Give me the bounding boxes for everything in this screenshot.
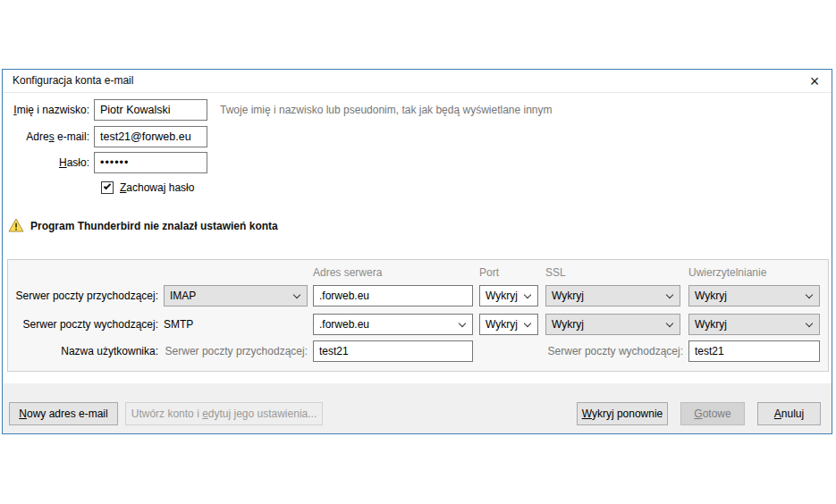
incoming-server-label: Serwer poczty przychodzącej:	[8, 285, 158, 307]
new-email-button[interactable]: Nowy adres e-mail	[9, 402, 118, 425]
email-label: Adres e-mail:	[3, 126, 89, 147]
server-settings-panel: Adres serwera Port SSL Uwierzytelnianie …	[7, 259, 829, 372]
cancel-button[interactable]: Anuluj	[757, 402, 821, 425]
password-input[interactable]	[94, 152, 207, 173]
warning-icon	[8, 218, 24, 232]
column-header-auth: Uwierzytelnianie	[688, 266, 766, 279]
name-hint: Twoje imię i nazwisko lub pseudonim, tak…	[220, 99, 553, 121]
outgoing-ssl-select[interactable]: Wykryj	[545, 314, 680, 335]
remember-password-label: Zachowaj hasło	[120, 181, 194, 194]
username-incoming-input[interactable]	[313, 340, 473, 362]
chevron-down-icon	[459, 320, 466, 327]
remember-password-checkbox[interactable]: Zachowaj hasło	[101, 181, 194, 195]
outgoing-address-combo[interactable]: .forweb.eu	[313, 314, 473, 335]
dialog-footer: Nowy adres e-mail Utwórz konto i edytuj …	[3, 383, 832, 433]
email-input[interactable]	[94, 126, 207, 147]
account-setup-dialog: Konfiguracja konta e-mail × Imię i nazwi…	[2, 69, 832, 434]
create-account-button: Utwórz konto i edytuj jego ustawienia...	[125, 402, 323, 425]
chevron-down-icon	[524, 291, 531, 298]
column-header-address: Adres serwera	[313, 266, 382, 279]
password-label: Hasło:	[3, 152, 89, 173]
column-header-port: Port	[479, 266, 499, 279]
chevron-down-icon	[666, 291, 673, 298]
username-incoming-label: Serwer poczty przychodzącej:	[164, 340, 308, 362]
username-outgoing-input[interactable]	[688, 340, 820, 362]
dialog-title: Konfiguracja konta e-mail	[13, 70, 133, 92]
chevron-down-icon	[806, 291, 813, 298]
username-outgoing-label: Serwer poczty wychodzącej:	[540, 340, 683, 362]
done-button: Gotowe	[680, 402, 745, 425]
incoming-address-input[interactable]	[313, 285, 473, 307]
name-label: Imię i nazwisko:	[3, 99, 89, 121]
outgoing-server-label: Serwer poczty wychodzącej:	[8, 314, 158, 335]
checkbox-box	[101, 181, 114, 194]
redetect-button[interactable]: Wykryj ponownie	[577, 402, 668, 425]
incoming-ssl-select[interactable]: Wykryj	[545, 285, 680, 307]
incoming-protocol-select[interactable]: IMAP	[164, 285, 308, 307]
username-label: Nazwa użytkownika:	[8, 340, 158, 362]
chevron-down-icon	[293, 291, 300, 298]
status-message: Program Thunderbird nie znalazł ustawień…	[30, 219, 278, 233]
check-icon	[104, 182, 111, 189]
incoming-auth-select[interactable]: Wykryj	[688, 285, 820, 307]
dialog-titlebar: Konfiguracja konta e-mail ×	[3, 70, 832, 93]
chevron-down-icon	[666, 320, 673, 327]
outgoing-auth-select[interactable]: Wykryj	[688, 314, 820, 335]
incoming-port-combo[interactable]: Wykryj	[479, 285, 538, 307]
chevron-down-icon	[806, 320, 813, 327]
outgoing-protocol-label: SMTP	[164, 314, 193, 335]
column-header-ssl: SSL	[545, 266, 566, 279]
chevron-down-icon	[524, 320, 531, 327]
outgoing-port-combo[interactable]: Wykryj	[479, 314, 538, 335]
close-icon[interactable]: ×	[804, 71, 825, 92]
name-input[interactable]	[94, 99, 207, 121]
